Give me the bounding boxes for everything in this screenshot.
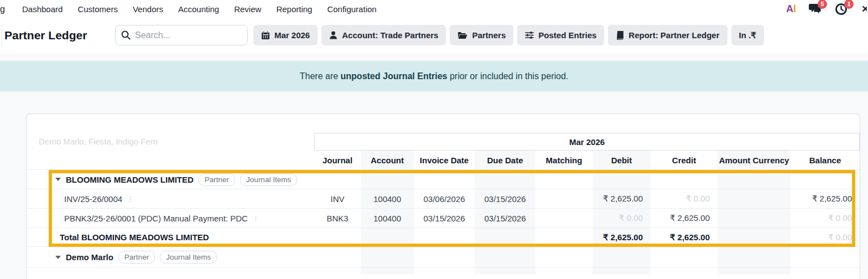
alert-text-bold: unposted Journal Entries bbox=[341, 71, 448, 81]
activities-icon[interactable]: 1 bbox=[835, 3, 849, 16]
group-total-row: Total BLOOMING MEADOWS LIMITED ₹ 2,625.0… bbox=[27, 228, 860, 246]
total-debit: ₹ 2,625.00 bbox=[592, 228, 651, 246]
alert-text-prefix: There are bbox=[300, 71, 341, 81]
partners-filter-label: Partners bbox=[472, 30, 506, 40]
journal-item-row[interactable]: INV/25-26/0004 ⋮ INV 100400 03/06/2026 0… bbox=[27, 189, 860, 208]
currency-filter-label: In .₹ bbox=[739, 30, 756, 40]
cell-debit: ₹ 2,625.00 bbox=[592, 189, 651, 208]
group-row-blooming-meadows[interactable]: BLOOMING MEADOWS LIMITED Partner Journal… bbox=[27, 169, 860, 189]
cell-journal: INV bbox=[314, 194, 361, 204]
alert-text-suffix: prior or included in this period. bbox=[447, 71, 568, 81]
calendar-icon bbox=[261, 31, 270, 40]
date-filter-label: Mar 2026 bbox=[274, 30, 310, 40]
journal-item-row[interactable]: PBNK3/25-26/0001 (PDC) Manual Payment: P… bbox=[27, 208, 860, 228]
col-balance[interactable]: Balance bbox=[791, 156, 860, 165]
cell-account: 100400 bbox=[361, 209, 414, 228]
nav-item-customers[interactable]: Customers bbox=[77, 4, 118, 14]
nav-item-accounting[interactable]: Accounting bbox=[178, 4, 219, 14]
cell-account: 100400 bbox=[361, 189, 414, 208]
partners-filter-button[interactable]: Partners bbox=[450, 25, 513, 45]
topbar-right: AI 5 1 ✕ bbox=[786, 0, 868, 18]
account-filter-label: Account: Trade Partners bbox=[342, 30, 438, 40]
kebab-menu-icon[interactable]: ⋮ bbox=[127, 195, 134, 203]
group-name[interactable]: BLOOMING MEADOWS LIMITED bbox=[66, 175, 194, 184]
move-label[interactable]: PBNK3/25-26/0001 (PDC) Manual Payment: P… bbox=[64, 214, 248, 223]
nav-item-reporting[interactable]: Reporting bbox=[276, 4, 312, 14]
group-row-demo-marlo[interactable]: Demo Marlo Partner Journal Items bbox=[27, 246, 860, 267]
chevron-down-icon[interactable] bbox=[55, 256, 61, 259]
cell-invoice-date: 03/06/2026 bbox=[414, 194, 475, 204]
col-invoice-date[interactable]: Invoice Date bbox=[414, 156, 475, 165]
nav-item-vendors[interactable]: Vendors bbox=[133, 4, 163, 14]
nav-item-dashboard[interactable]: Dashboard bbox=[22, 4, 63, 14]
cell-amount-currency bbox=[718, 189, 791, 208]
report-card: Demo Marlo, Fiesta, Indigo Fern Mar 2026… bbox=[26, 113, 860, 279]
total-label: Total BLOOMING MEADOWS LIMITED bbox=[27, 232, 314, 242]
page-title: Partner Ledger bbox=[4, 29, 115, 42]
partners-hint: Demo Marlo, Fiesta, Indigo Fern bbox=[27, 137, 314, 146]
cell-credit: ₹ 0.00 bbox=[651, 194, 718, 204]
column-header-row: Journal Account Invoice Date Due Date Ma… bbox=[27, 151, 860, 169]
activities-count-badge: 1 bbox=[844, 0, 854, 9]
nav-menu: Dashboard Customers Vendors Accounting R… bbox=[22, 4, 377, 14]
partner-badge[interactable]: Partner bbox=[199, 173, 235, 186]
user-icon bbox=[329, 31, 337, 39]
group-name[interactable]: Demo Marlo bbox=[66, 252, 113, 262]
sliders-icon bbox=[525, 31, 534, 39]
posted-entries-filter-label: Posted Entries bbox=[538, 30, 596, 40]
messages-icon[interactable]: 5 bbox=[808, 3, 823, 16]
cell-balance: ₹ 0.00 bbox=[791, 213, 860, 223]
total-credit: ₹ 2,625.00 bbox=[651, 232, 718, 242]
col-due-date[interactable]: Due Date bbox=[475, 151, 536, 169]
report-filter-button[interactable]: Report: Partner Ledger bbox=[608, 25, 727, 45]
col-debit[interactable]: Debit bbox=[592, 151, 651, 169]
search-input[interactable] bbox=[135, 30, 229, 40]
unposted-entries-alert: There are unposted Journal Entries prior… bbox=[0, 61, 868, 91]
ai-logo-icon[interactable]: AI bbox=[786, 3, 796, 15]
col-credit[interactable]: Credit bbox=[651, 156, 718, 165]
filter-buttons: Mar 2026 Account: Trade Partners Partner… bbox=[253, 25, 764, 45]
cell-due-date: 03/15/2026 bbox=[475, 189, 536, 208]
report-filter-label: Report: Partner Ledger bbox=[628, 30, 719, 40]
messages-count-badge: 5 bbox=[818, 0, 827, 9]
cell-debit: ₹ 0.00 bbox=[592, 209, 651, 228]
book-icon bbox=[616, 31, 624, 40]
cell-credit: ₹ 2,625.00 bbox=[651, 213, 718, 223]
period-label: Mar 2026 bbox=[314, 133, 860, 151]
folder-open-icon bbox=[458, 31, 467, 39]
cell-journal: BNK3 bbox=[314, 214, 361, 223]
partner-badge[interactable]: Partner bbox=[118, 251, 155, 264]
journal-items-badge[interactable]: Journal Items bbox=[240, 173, 297, 186]
move-label[interactable]: INV/25-26/0004 bbox=[64, 194, 122, 204]
col-amount-currency[interactable]: Amount Currency bbox=[718, 151, 791, 169]
search-box[interactable] bbox=[115, 25, 248, 45]
page-content: Demo Marlo, Fiesta, Indigo Fern Mar 2026… bbox=[0, 91, 868, 279]
truncated-edge-icon[interactable]: ✕ bbox=[861, 3, 867, 15]
date-filter-button[interactable]: Mar 2026 bbox=[253, 25, 318, 45]
chevron-down-icon[interactable] bbox=[55, 178, 61, 181]
posted-entries-filter-button[interactable]: Posted Entries bbox=[517, 25, 604, 45]
currency-filter-button[interactable]: In .₹ bbox=[731, 25, 764, 45]
app-menu-truncated[interactable]: g bbox=[0, 4, 10, 14]
cell-invoice-date: 03/15/2026 bbox=[414, 214, 475, 223]
journal-items-badge[interactable]: Journal Items bbox=[160, 251, 217, 264]
report-body: BLOOMING MEADOWS LIMITED Partner Journal… bbox=[27, 169, 860, 274]
period-header-row: Demo Marlo, Fiesta, Indigo Fern Mar 2026 bbox=[27, 132, 860, 151]
left-edge-divider bbox=[2, 24, 2, 46]
control-panel: Partner Ledger Mar 2026 Account: Trade P… bbox=[0, 18, 868, 54]
partial-next-row bbox=[27, 267, 860, 274]
cell-balance: ₹ 2,625.00 bbox=[791, 194, 860, 204]
kebab-menu-icon[interactable]: ⋮ bbox=[252, 214, 259, 223]
account-filter-button[interactable]: Account: Trade Partners bbox=[321, 25, 446, 45]
top-navbar: g Dashboard Customers Vendors Accounting… bbox=[0, 0, 868, 18]
total-balance: ₹ 0.00 bbox=[791, 232, 860, 242]
col-journal[interactable]: Journal bbox=[314, 156, 361, 165]
col-matching[interactable]: Matching bbox=[536, 156, 592, 165]
cell-amount-currency bbox=[718, 209, 791, 228]
nav-item-review[interactable]: Review bbox=[234, 4, 261, 14]
search-icon bbox=[121, 30, 131, 40]
nav-item-configuration[interactable]: Configuration bbox=[327, 4, 376, 14]
cell-due-date: 03/15/2026 bbox=[475, 209, 536, 228]
col-account[interactable]: Account bbox=[361, 151, 414, 169]
